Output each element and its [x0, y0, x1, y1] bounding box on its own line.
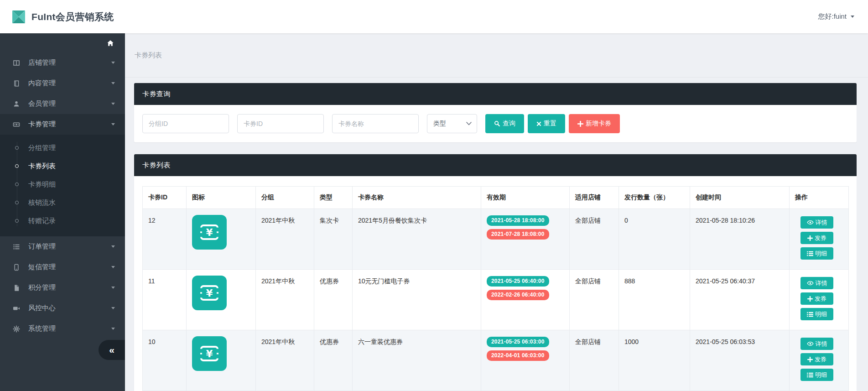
chevron-down-icon	[851, 16, 854, 18]
svg-text:¥: ¥	[206, 227, 213, 238]
search-panel: 卡券查询 类型 查询	[134, 83, 857, 142]
coupon-ticket-icon: ¥	[192, 336, 227, 371]
chevron-down-icon	[111, 245, 115, 248]
search-panel-header: 卡券查询	[134, 83, 857, 105]
sidebar-subitem-3[interactable]: 核销流水	[0, 193, 125, 212]
validity-end-badge: 2021-07-28 18:08:00	[487, 229, 549, 240]
records-button[interactable]: 明细	[800, 247, 833, 260]
coupon-ticket-icon: ¥	[192, 215, 227, 250]
svg-text:¥: ¥	[206, 349, 213, 360]
column-header: 发行数量（张）	[619, 187, 690, 209]
book-icon	[12, 79, 20, 87]
column-header: 卡券ID	[143, 187, 187, 209]
cell-created: 2021-05-25 06:40:37	[690, 270, 790, 330]
app-title: FuInt会员营销系统	[31, 10, 114, 23]
sidebar-submenu: 分组管理卡券列表卡券明细核销流水转赠记录	[0, 135, 125, 236]
sidebar-item-4[interactable]: 订单管理	[0, 236, 125, 257]
search-field-0[interactable]	[142, 114, 229, 133]
sidebar-item-label: 短信管理	[28, 263, 56, 271]
risk-icon	[12, 304, 20, 312]
sidebar-item-label: 内容管理	[28, 79, 56, 88]
plus-icon	[577, 121, 583, 127]
cell-stores: 全部店铺	[570, 209, 619, 270]
sidebar-item-label: 订单管理	[28, 242, 56, 251]
column-header: 适用店铺	[570, 187, 619, 209]
user-menu[interactable]: 您好:fuint	[818, 12, 854, 21]
records-button[interactable]: 明细	[800, 369, 833, 381]
table-header-row: 卡券ID图标分组类型卡券名称有效期适用店铺发行数量（张）创建时间操作	[143, 187, 849, 209]
cell-icon: ¥	[187, 330, 256, 391]
sidebar-subitem-4[interactable]: 转赠记录	[0, 212, 125, 230]
issue-button[interactable]: 发券	[800, 353, 833, 365]
validity-end-badge: 2022-02-26 06:40:00	[487, 290, 549, 300]
detail-button[interactable]: 详情	[800, 277, 833, 289]
sidebar-subitem-0[interactable]: 分组管理	[0, 139, 125, 157]
top-header: FuInt会员营销系统 您好:fuint	[0, 0, 868, 33]
cell-stores: 全部店铺	[570, 330, 619, 391]
table-row: 12¥2021年中秋集次卡2021年5月份餐饮集次卡2021-05-28 18:…	[143, 209, 849, 270]
sidebar-item-6[interactable]: 积分管理	[0, 277, 125, 298]
cell-icon: ¥	[187, 270, 256, 330]
cell-coupon-id: 11	[143, 270, 187, 330]
coupon-table: 卡券ID图标分组类型卡券名称有效期适用店铺发行数量（张）创建时间操作 12¥20…	[142, 186, 849, 391]
cell-validity: 2021-05-25 06:40:002022-02-26 06:40:00	[481, 270, 570, 330]
sidebar-home-link[interactable]	[0, 33, 125, 52]
type-select[interactable]: 类型	[427, 114, 477, 133]
sidebar-item-7[interactable]: 风控中心	[0, 298, 125, 318]
cell-type: 优惠券	[314, 330, 353, 391]
search-field-1[interactable]	[237, 114, 324, 133]
detail-button[interactable]: 详情	[800, 338, 833, 350]
chevron-down-icon	[111, 82, 115, 84]
sidebar-item-3[interactable]: 卡券管理	[0, 114, 125, 135]
bullet-icon	[15, 182, 19, 186]
cell-group: 2021年中秋	[256, 330, 314, 391]
table-row: 11¥2021年中秋优惠券10元无门槛电子券2021-05-25 06:40:0…	[143, 270, 849, 330]
sidebar-item-2[interactable]: 会员管理	[0, 94, 125, 114]
issue-button-label: 发券	[815, 355, 826, 364]
shop-icon	[12, 59, 20, 67]
sidebar-item-label: 积分管理	[28, 283, 56, 292]
cell-name: 10元无门槛电子券	[353, 270, 481, 330]
member-icon	[12, 100, 20, 108]
issue-button-label: 发券	[815, 234, 826, 242]
chevron-down-icon	[111, 62, 115, 64]
chevron-down-icon	[111, 328, 115, 330]
bullet-icon	[15, 201, 19, 204]
cell-type: 集次卡	[314, 209, 353, 270]
table-row: 10¥2021年中秋优惠券六一童装优惠券2021-05-25 06:03:002…	[143, 330, 849, 391]
search-field-2[interactable]	[332, 114, 419, 133]
add-coupon-button[interactable]: 新增卡券	[569, 114, 620, 133]
coupon-ticket-icon: ¥	[192, 276, 227, 310]
sidebar-item-1[interactable]: 内容管理	[0, 73, 125, 94]
cell-quantity: 0	[619, 209, 690, 270]
sidebar-subitem-1[interactable]: 卡券列表	[0, 157, 125, 175]
cell-validity: 2021-05-25 06:03:002022-04-01 06:03:00	[481, 330, 570, 391]
row-actions: 详情发券明细	[800, 277, 843, 320]
coupon-icon	[12, 120, 20, 128]
coupon-list-panel-header: 卡券列表	[134, 154, 857, 176]
query-button[interactable]: 查询	[485, 114, 524, 133]
cell-icon: ¥	[187, 209, 256, 270]
reset-button[interactable]: 重置	[528, 114, 565, 133]
sidebar-subitem-2[interactable]: 卡券明细	[0, 175, 125, 193]
sidebar-item-5[interactable]: 短信管理	[0, 257, 125, 277]
coupon-table-container: 卡券ID图标分组类型卡券名称有效期适用店铺发行数量（张）创建时间操作 12¥20…	[134, 176, 857, 391]
sidebar-subitem-label: 分组管理	[28, 144, 56, 152]
plus-icon	[807, 296, 813, 302]
brand: FuInt会员营销系统	[12, 10, 114, 23]
issue-button[interactable]: 发券	[800, 292, 833, 305]
sidebar-collapse-button[interactable]: «	[99, 340, 125, 360]
validity-end-badge: 2022-04-01 06:03:00	[487, 350, 549, 361]
svg-text:¥: ¥	[206, 288, 213, 299]
issue-button[interactable]: 发券	[800, 232, 833, 244]
list-icon	[807, 372, 813, 378]
main-content: 卡券列表 卡券查询 类型 查询	[125, 33, 868, 391]
close-icon	[536, 121, 541, 126]
sidebar-item-8[interactable]: 系统管理	[0, 318, 125, 339]
sidebar-item-0[interactable]: 店铺管理	[0, 52, 125, 73]
detail-button[interactable]: 详情	[800, 216, 833, 229]
sidebar-item-label: 卡券管理	[28, 120, 56, 129]
sms-icon	[12, 263, 20, 271]
records-button[interactable]: 明细	[800, 308, 833, 320]
cell-actions: 详情发券明细	[790, 270, 849, 330]
